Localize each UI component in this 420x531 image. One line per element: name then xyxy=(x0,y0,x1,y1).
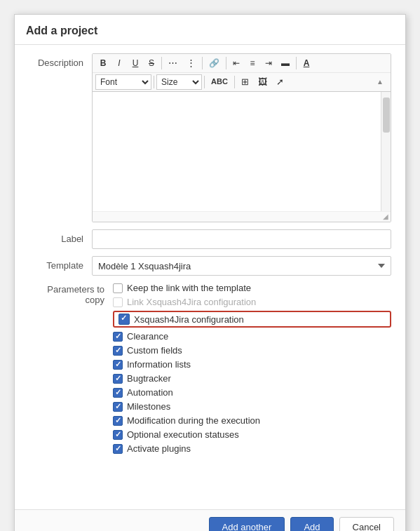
editor-wrap: B I U S ⋯ ⋮ 🔗 ⇤ ≡ ⇥ xyxy=(92,53,391,222)
modification-checkbox[interactable] xyxy=(113,416,123,426)
add-another-button[interactable]: Add another xyxy=(209,517,285,531)
collapse-editor-button[interactable]: ▲ xyxy=(372,74,388,90)
divider-4 xyxy=(296,57,297,69)
image-button[interactable]: 🖼 xyxy=(254,74,271,90)
custom-fields-checkbox[interactable] xyxy=(113,346,123,356)
divider-7 xyxy=(234,76,235,88)
special-chars-button[interactable]: A xyxy=(299,55,314,71)
activate-plugins-checkbox[interactable] xyxy=(113,444,123,454)
checkbox-row-information-lists: Information lists xyxy=(113,359,391,370)
add-project-dialog: Add a project Description B I U S ⋯ xyxy=(14,14,406,531)
dialog-title: Add a project xyxy=(15,15,405,45)
milestones-label: Milestones xyxy=(127,401,170,412)
automation-checkbox[interactable] xyxy=(113,388,123,398)
label-row: Label xyxy=(29,229,391,249)
dialog-footer: Add another Add Cancel xyxy=(15,509,405,531)
milestones-checkbox[interactable] xyxy=(113,402,123,412)
align-justify-button[interactable]: ▬ xyxy=(277,55,294,71)
add-button[interactable]: Add xyxy=(290,517,333,531)
information-lists-checkbox[interactable] xyxy=(113,360,123,370)
xsquash4jira-highlighted-row: Xsquash4Jira configuration xyxy=(113,311,391,328)
font-select[interactable]: Font xyxy=(95,74,151,90)
information-lists-label: Information lists xyxy=(127,359,191,370)
checkbox-row-activate-plugins: Activate plugins xyxy=(113,443,391,454)
label-label: Label xyxy=(29,229,92,244)
resize-icon: ◢ xyxy=(381,212,391,222)
divider-2 xyxy=(202,57,203,69)
checkbox-row-optional-statuses: Optional execution statuses xyxy=(113,429,391,440)
align-left-button[interactable]: ⇤ xyxy=(229,55,244,71)
description-row: Description B I U S ⋯ ⋮ xyxy=(29,53,391,222)
parameters-content: Keep the link with the template Link Xsq… xyxy=(113,283,391,457)
checkbox-row-custom-fields: Custom fields xyxy=(113,345,391,356)
toolbar-row-2: Font Size ABC ⊞ 🖼 ➚ xyxy=(93,73,391,91)
underline-button[interactable]: U xyxy=(128,55,143,71)
automation-label: Automation xyxy=(127,387,173,398)
label-input[interactable] xyxy=(92,229,391,249)
clearance-checkbox[interactable] xyxy=(113,332,123,342)
divider-3 xyxy=(226,57,226,69)
template-select[interactable]: Modèle 1 Xsquash4jira xyxy=(92,256,391,276)
divider-5 xyxy=(154,76,154,88)
link-button[interactable]: 🔗 xyxy=(205,55,224,71)
align-center-button[interactable]: ≡ xyxy=(245,55,260,71)
align-right-button[interactable]: ⇥ xyxy=(261,55,276,71)
xsquash4jira-checkbox[interactable] xyxy=(118,314,130,325)
abc-button[interactable]: ABC xyxy=(207,74,232,90)
scrollbar-thumb xyxy=(383,98,390,133)
fullscreen-button[interactable]: ➚ xyxy=(272,74,288,90)
template-row: Template Modèle 1 Xsquash4jira xyxy=(29,256,391,276)
size-select[interactable]: Size xyxy=(156,74,202,90)
description-label: Description xyxy=(29,53,92,68)
italic-button[interactable]: I xyxy=(111,55,127,71)
optional-statuses-checkbox[interactable] xyxy=(113,430,123,440)
parameters-row: Parameters to copy Keep the link with th… xyxy=(29,283,391,457)
modification-label: Modification during the execution xyxy=(127,415,260,426)
checkbox-row-modification: Modification during the execution xyxy=(113,415,391,426)
cancel-button[interactable]: Cancel xyxy=(339,517,394,531)
divider-6 xyxy=(204,76,205,88)
toolbar-row-1: B I U S ⋯ ⋮ 🔗 ⇤ ≡ ⇥ xyxy=(93,54,391,73)
keep-link-label: Keep the link with the template xyxy=(127,283,251,293)
checkbox-row-keep-link: Keep the link with the template xyxy=(113,283,391,293)
unordered-list-button[interactable]: ⋮ xyxy=(182,55,200,71)
parameters-label: Parameters to copy xyxy=(29,283,113,305)
checkbox-row-bugtracker: Bugtracker xyxy=(113,373,391,384)
dialog-body: Description B I U S ⋯ ⋮ xyxy=(15,45,405,509)
clearance-label: Clearance xyxy=(127,331,168,342)
editor-scrollbar[interactable] xyxy=(381,92,391,211)
xsquash4jira-label: Xsquash4Jira configuration xyxy=(134,314,244,325)
activate-plugins-label: Activate plugins xyxy=(127,443,191,454)
bugtracker-checkbox[interactable] xyxy=(113,374,123,384)
link-xsquash-label: Link Xsquash4Jira configuration xyxy=(127,297,256,307)
checkbox-row-link-xsquash: Link Xsquash4Jira configuration xyxy=(113,297,391,307)
bold-button[interactable]: B xyxy=(95,55,111,71)
keep-link-checkbox[interactable] xyxy=(113,283,123,293)
ordered-list-button[interactable]: ⋯ xyxy=(164,55,182,71)
label-input-wrap xyxy=(92,229,391,249)
custom-fields-label: Custom fields xyxy=(127,345,182,356)
editor-container: B I U S ⋯ ⋮ 🔗 ⇤ ≡ ⇥ xyxy=(92,53,391,222)
table-button[interactable]: ⊞ xyxy=(237,74,253,90)
checkbox-row-clearance: Clearance xyxy=(113,331,391,342)
template-select-wrap: Modèle 1 Xsquash4jira xyxy=(92,256,391,276)
optional-statuses-label: Optional execution statuses xyxy=(127,429,239,440)
editor-toolbar: B I U S ⋯ ⋮ 🔗 ⇤ ≡ ⇥ xyxy=(93,54,391,92)
checkbox-row-automation: Automation xyxy=(113,387,391,398)
strikethrough-button[interactable]: S xyxy=(144,55,159,71)
bugtracker-label: Bugtracker xyxy=(127,373,171,384)
description-editor[interactable] xyxy=(93,92,381,211)
editor-resize-handle: ◢ xyxy=(93,211,391,222)
link-xsquash-checkbox[interactable] xyxy=(113,297,123,307)
divider-1 xyxy=(161,57,162,69)
checkbox-row-milestones: Milestones xyxy=(113,401,391,412)
template-label: Template xyxy=(29,256,92,271)
